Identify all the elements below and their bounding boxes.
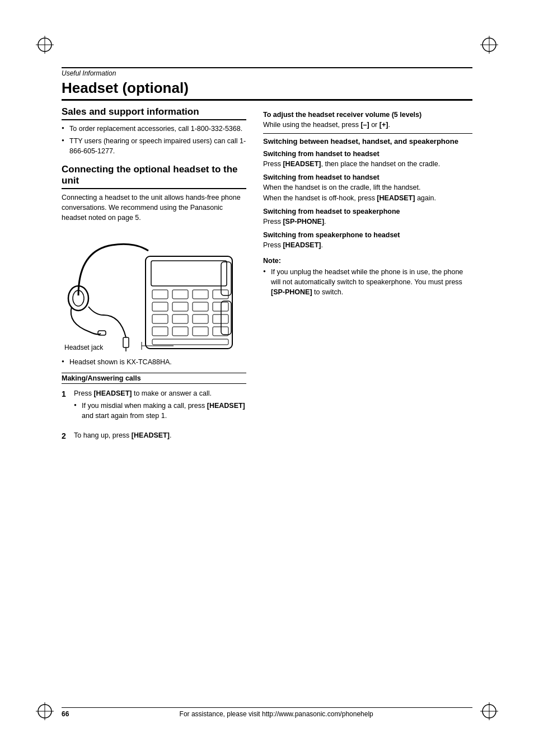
making-calls-header: Making/Answering calls: [62, 373, 246, 384]
svg-rect-23: [152, 302, 168, 311]
switch-body-4: Press [HEADSET].: [263, 240, 472, 250]
svg-rect-24: [172, 302, 188, 311]
corner-mark-bl: [34, 700, 56, 722]
svg-rect-25: [193, 302, 208, 311]
step-1-text: Press [HEADSET] to make or answer a call…: [74, 388, 246, 425]
svg-rect-33: [193, 327, 208, 336]
page: Useful Information Headset (optional) Sa…: [0, 0, 534, 756]
left-column: Sales and support information To order r…: [62, 106, 246, 446]
note-bullet-list: If you unplug the headset while the phon…: [263, 267, 472, 297]
minus-key: [–]: [360, 121, 369, 129]
svg-rect-22: [213, 290, 228, 299]
step-1-key: [HEADSET]: [93, 389, 132, 397]
svg-rect-28: [172, 314, 188, 323]
svg-rect-31: [152, 327, 168, 336]
footer-text: For assistance, please visit http://www.…: [80, 710, 472, 718]
switch-sub-1: Switching from handset to headset: [263, 150, 472, 158]
corner-mark-tl: [34, 34, 56, 56]
svg-rect-37: [221, 301, 231, 335]
step-1-sub-key: [HEADSET]: [207, 402, 245, 410]
svg-rect-29: [193, 314, 208, 323]
headset-model-bullet: Headset shown is KX-TCA88HA.: [62, 357, 246, 367]
main-title: Headset (optional): [62, 79, 472, 101]
headset-illustration: [62, 234, 241, 351]
right-rule-1: [263, 133, 472, 134]
right-column: To adjust the headset receiver volume (5…: [263, 106, 472, 446]
sales-section-title: Sales and support information: [62, 106, 246, 120]
headset-model-list: Headset shown is KX-TCA88HA.: [62, 357, 246, 367]
step-2-key: [HEADSET]: [132, 431, 170, 439]
headset-image-area: Headset jack: [62, 228, 246, 351]
plus-key: [+]: [380, 121, 388, 129]
adjust-header: To adjust the headset receiver volume (5…: [263, 111, 472, 119]
switch-body-2: When the handset is on the cradle, lift …: [263, 182, 472, 203]
note-bullet-1: If you unplug the headset while the phon…: [263, 267, 472, 297]
note-header: Note:: [263, 257, 472, 265]
step-1: 1 Press [HEADSET] to make or answer a ca…: [62, 388, 246, 425]
connect-body: Connecting a headset to the unit allows …: [62, 192, 246, 223]
step-1-sub-bullets: If you misdial when making a call, press…: [74, 401, 246, 421]
svg-rect-21: [193, 290, 208, 299]
switch-body-1: Press [HEADSET], then place the handset …: [263, 159, 472, 169]
step-2-number: 2: [62, 430, 71, 442]
headset-jack-label: Headset jack: [64, 344, 103, 351]
sales-bullet-2: TTY users (hearing or speech impaired us…: [62, 136, 246, 156]
sales-bullet-1: To order replacement accessories, call 1…: [62, 124, 246, 134]
svg-rect-19: [152, 290, 168, 299]
switch-sub-3: Switching from headset to speakerphone: [263, 208, 472, 215]
step-2-text: To hang up, press [HEADSET].: [74, 430, 246, 442]
switch-sub-4: Switching from speakerphone to headset: [263, 231, 472, 239]
svg-rect-15: [123, 337, 129, 348]
svg-rect-36: [221, 262, 231, 295]
sales-bullet-list: To order replacement accessories, call 1…: [62, 124, 246, 156]
step-1-sub-bullet: If you misdial when making a call, press…: [74, 401, 246, 421]
switching-main-header: Switching between headset, handset, and …: [263, 137, 472, 145]
svg-rect-27: [152, 314, 168, 323]
svg-rect-35: [152, 339, 228, 345]
section-label: Useful Information: [62, 69, 472, 77]
svg-rect-20: [172, 290, 188, 299]
content-area: Useful Information Headset (optional) Sa…: [62, 67, 472, 694]
two-column-layout: Sales and support information To order r…: [62, 106, 472, 446]
switch-body-3: Press [SP-PHONE].: [263, 217, 472, 227]
svg-rect-26: [213, 302, 228, 311]
svg-rect-18: [151, 261, 227, 286]
step-1-number: 1: [62, 388, 71, 425]
corner-mark-tr: [478, 34, 500, 56]
svg-rect-30: [213, 314, 228, 323]
footer: 66 For assistance, please visit http://w…: [62, 707, 472, 718]
step-2: 2 To hang up, press [HEADSET].: [62, 430, 246, 442]
adjust-body: While using the headset, press [–] or [+…: [263, 120, 472, 130]
connect-section-title: Connecting the optional headset to the u…: [62, 164, 246, 189]
svg-rect-32: [172, 327, 188, 336]
footer-page-number: 66: [62, 710, 69, 718]
header-rule: [62, 67, 472, 68]
making-calls-section: Making/Answering calls 1 Press [HEADSET]…: [62, 373, 246, 442]
switch-sub-2: Switching from headset to handset: [263, 173, 472, 181]
corner-mark-br: [478, 700, 500, 722]
